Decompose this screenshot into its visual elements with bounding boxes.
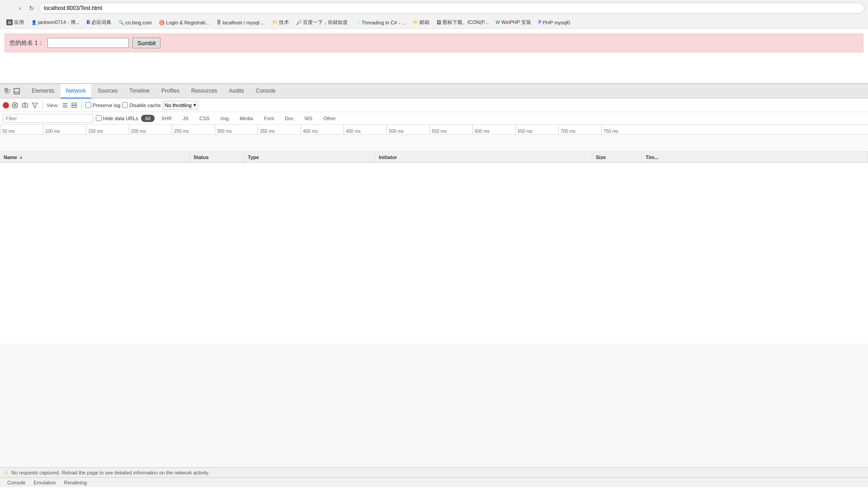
reload-button[interactable]: ↻ xyxy=(27,4,36,13)
th-name[interactable]: Name ▲ xyxy=(0,152,190,162)
timeline-tick: 600 ms xyxy=(472,125,515,135)
timeline-tick: 50 ms xyxy=(0,125,43,135)
svg-rect-4 xyxy=(14,89,19,94)
bottom-tab-rendering[interactable]: Rendering xyxy=(60,479,90,486)
th-status[interactable]: Status xyxy=(190,152,244,162)
back-button[interactable]: ‹ xyxy=(4,4,13,13)
preserve-log-checkbox[interactable]: Preserve log xyxy=(85,102,121,108)
disable-cache-checkbox[interactable]: Disable cache xyxy=(122,102,160,108)
large-row-icon[interactable] xyxy=(71,102,78,109)
filter-btn-font[interactable]: Font xyxy=(260,115,278,122)
timeline-tick: 450 ms xyxy=(344,125,387,135)
bottom-tab-emulation[interactable]: Emulation xyxy=(30,479,59,486)
tab-elements[interactable]: Elements xyxy=(26,84,60,99)
tab-console[interactable]: Console xyxy=(250,84,281,99)
timeline-tick: 150 ms xyxy=(86,125,129,135)
timeline-tick: 400 ms xyxy=(301,125,344,135)
throttle-select[interactable]: No throttling ▾ xyxy=(163,101,198,110)
tab-profiles[interactable]: Profiles xyxy=(156,84,185,99)
th-initiator[interactable]: Initiator xyxy=(375,152,592,162)
toggle-drawer-icon[interactable] xyxy=(13,87,21,95)
inspect-element-icon[interactable] xyxy=(4,87,12,95)
filter-button[interactable] xyxy=(31,101,39,109)
timeline-tick: 550 ms xyxy=(429,125,472,135)
clear-button[interactable] xyxy=(11,101,19,109)
apps-icon: ⊞ xyxy=(6,19,13,25)
filter-btn-xhr[interactable]: XHR xyxy=(157,115,176,122)
bookmark-weiphp-label: WeiPHP 安装 xyxy=(501,19,531,26)
bookmark-bing-dict[interactable]: B 必应词典 xyxy=(84,18,114,27)
view-label: View: xyxy=(47,103,59,108)
bookmark-php-mysql[interactable]: P PHP mysql0 xyxy=(536,19,573,26)
filter-btn-ws[interactable]: WS xyxy=(300,115,316,122)
cn-bing-icon: 🔍 xyxy=(118,20,124,25)
bookmark-baidu-label: 百度一下，你就知道 xyxy=(303,19,348,26)
th-size[interactable]: Size xyxy=(592,152,642,162)
tab-timeline[interactable]: Timeline xyxy=(124,84,155,99)
timeline-tick: 500 ms xyxy=(387,125,429,135)
network-toolbar: View: Preserve log Disable cache No thro… xyxy=(0,99,868,112)
bookmark-jackson[interactable]: 👤 jackson0714 - 博... xyxy=(28,18,82,27)
filter-btn-img[interactable]: Img xyxy=(217,115,233,122)
bookmark-login[interactable]: L Login & Registrati... xyxy=(156,19,212,26)
chevron-down-icon: ▾ xyxy=(193,102,196,108)
bookmark-tech-label: 技术 xyxy=(279,19,289,26)
th-type[interactable]: Type xyxy=(244,152,375,162)
filter-btn-media[interactable]: Media xyxy=(236,115,257,122)
bookmark-icon-dl[interactable]: 🖼 图标下载、ICON(P... xyxy=(434,18,491,27)
devtools-bottom-tabs: Console Emulation Rendering xyxy=(0,477,868,487)
timeline-tick: 650 ms xyxy=(515,125,558,135)
bookmark-jackson-label: jackson0714 - 博... xyxy=(38,19,80,26)
filter-btn-doc[interactable]: Doc xyxy=(281,115,298,122)
filter-btn-all[interactable]: All xyxy=(141,115,155,122)
weiphp-icon: W xyxy=(495,20,500,25)
bookmark-cn-bing-label: cn.bing.com xyxy=(125,20,152,25)
bookmark-apps-label: 应用 xyxy=(14,19,24,26)
address-text: localhost:8003/Test.html xyxy=(44,5,102,11)
bookmark-apps[interactable]: ⊞ 应用 xyxy=(4,18,27,27)
bottom-tab-console[interactable]: Console xyxy=(4,479,29,486)
tab-network[interactable]: Network xyxy=(61,84,91,99)
tab-resources[interactable]: Resources xyxy=(186,84,222,99)
mail-icon: 📁 xyxy=(413,20,418,25)
timeline-tick: 350 ms xyxy=(258,125,301,135)
list-view-icon[interactable] xyxy=(61,102,69,109)
tab-sources[interactable]: Sources xyxy=(92,84,123,99)
bookmark-mail[interactable]: 📁 邮箱 xyxy=(410,18,432,27)
icon-dl-icon: 🖼 xyxy=(437,20,441,25)
forward-button[interactable]: › xyxy=(15,4,24,13)
bookmark-php-mysql-label: PHP mysql0 xyxy=(543,20,570,25)
filter-btn-js[interactable]: JS xyxy=(179,115,193,122)
bookmark-login-label: Login & Registrati... xyxy=(166,20,209,25)
form-name-input[interactable] xyxy=(47,38,129,48)
svg-rect-16 xyxy=(72,106,76,108)
bookmark-tech-folder[interactable]: 📁 技术 xyxy=(269,18,292,27)
bookmark-bing-dict-label: 必应词典 xyxy=(91,19,111,26)
th-time[interactable]: Tim... xyxy=(642,152,868,162)
page-content: 您的姓名 1： Sumbit xyxy=(0,29,868,83)
camera-button[interactable] xyxy=(21,101,29,109)
form-row: 您的姓名 1： Sumbit xyxy=(5,33,863,52)
bookmark-baidu[interactable]: 🔎 百度一下，你就知道 xyxy=(293,18,350,27)
devtools-tab-bar: Elements Network Sources Timeline Profil… xyxy=(0,84,868,99)
status-message: No requests captured. Reload the page to… xyxy=(11,470,209,475)
submit-button[interactable]: Sumbit xyxy=(132,38,160,48)
devtools-status-bar: ⚠ No requests captured. Reload the page … xyxy=(0,467,868,477)
hide-data-urls-checkbox[interactable]: Hide data URLs xyxy=(96,115,138,121)
bookmark-mysql[interactable]: 🗄 localhost / mysql ... xyxy=(214,19,268,26)
bookmark-mysql-label: localhost / mysql ... xyxy=(222,20,265,25)
address-bar[interactable]: localhost:8003/Test.html xyxy=(39,3,864,14)
bookmark-cn-bing[interactable]: 🔍 cn.bing.com xyxy=(116,19,155,26)
filter-btn-other[interactable]: Other xyxy=(319,115,340,122)
filter-input[interactable] xyxy=(3,114,93,123)
bookmark-weiphp[interactable]: W WeiPHP 安装 xyxy=(493,18,534,27)
tab-audits[interactable]: Audits xyxy=(223,84,249,99)
warning-icon: ⚠ xyxy=(4,469,9,476)
filter-bar: Hide data URLs All XHR JS CSS Img Media … xyxy=(0,112,868,125)
bookmark-threading-label: Threading in C# - ... xyxy=(362,20,406,25)
table-body xyxy=(0,163,868,343)
bookmark-icon-dl-label: 图标下载、ICON(P... xyxy=(443,19,488,26)
bookmark-threading[interactable]: 📄 Threading in C# - ... xyxy=(352,19,408,26)
record-button[interactable] xyxy=(3,102,9,108)
filter-btn-css[interactable]: CSS xyxy=(195,115,214,122)
